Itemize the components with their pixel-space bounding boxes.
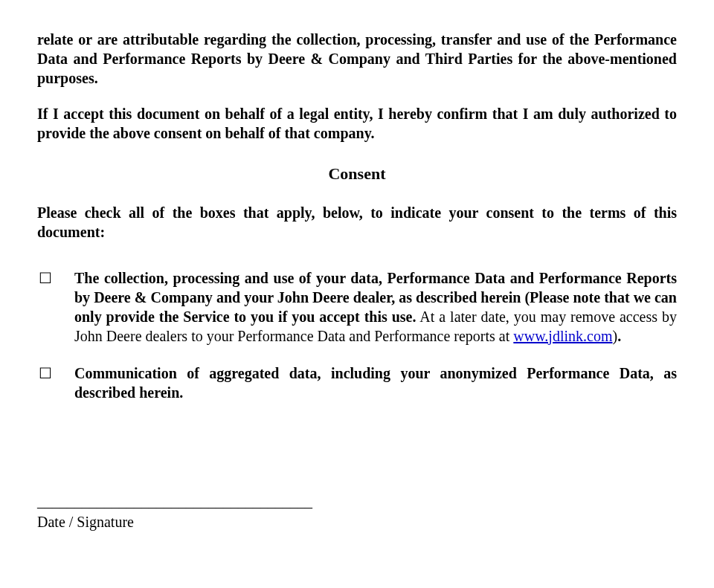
checkbox-item-1: ☐ The collection, processing and use of … bbox=[37, 268, 677, 346]
intro-paragraph-2: If I accept this document on behalf of a… bbox=[37, 104, 677, 143]
item1-period: . bbox=[617, 328, 621, 344]
checkbox-1[interactable]: ☐ bbox=[37, 268, 74, 346]
consent-intro: Please check all of the boxes that apply… bbox=[37, 203, 677, 242]
signature-block: _____________________________________ Da… bbox=[37, 491, 677, 532]
checkbox-2-text: Communication of aggregated data, includ… bbox=[74, 364, 677, 402]
signature-label: Date / Signature bbox=[37, 512, 677, 532]
checkbox-item-2: ☐ Communication of aggregated data, incl… bbox=[37, 364, 677, 402]
checkbox-2[interactable]: ☐ bbox=[37, 364, 74, 402]
jdlink-link[interactable]: www.jdlink.com bbox=[513, 328, 612, 344]
intro-paragraph-1: relate or are attributable regarding the… bbox=[37, 30, 677, 88]
checkbox-1-text: The collection, processing and use of yo… bbox=[74, 268, 677, 346]
signature-line: _____________________________________ bbox=[37, 491, 677, 511]
checkbox-list: ☐ The collection, processing and use of … bbox=[37, 268, 677, 402]
consent-heading: Consent bbox=[37, 164, 677, 185]
